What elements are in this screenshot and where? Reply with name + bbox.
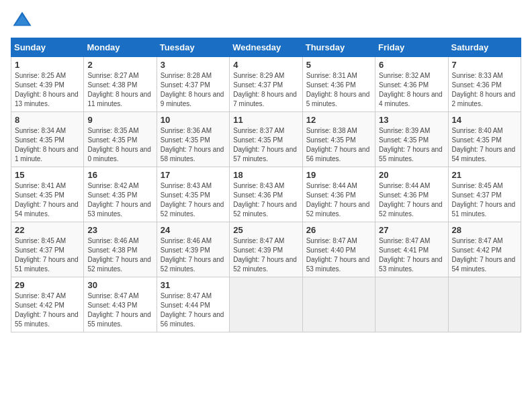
day-number: 13	[379, 115, 444, 125]
logo	[11, 11, 32, 31]
day-detail: Sunrise: 8:47 AM Sunset: 4:42 PM Dayligh…	[452, 236, 517, 274]
day-number: 15	[15, 170, 80, 180]
week-row-3: 15 Sunrise: 8:41 AM Sunset: 4:35 PM Dayl…	[11, 167, 521, 222]
calendar-cell: 13 Sunrise: 8:39 AM Sunset: 4:35 PM Dayl…	[375, 112, 448, 167]
day-number: 27	[379, 225, 444, 235]
day-detail: Sunrise: 8:47 AM Sunset: 4:40 PM Dayligh…	[306, 236, 371, 274]
calendar-cell: 7 Sunrise: 8:33 AM Sunset: 4:36 PM Dayli…	[448, 57, 521, 112]
day-number: 2	[87, 60, 152, 70]
calendar-cell: 2 Sunrise: 8:27 AM Sunset: 4:38 PM Dayli…	[84, 57, 157, 112]
day-detail: Sunrise: 8:38 AM Sunset: 4:35 PM Dayligh…	[306, 126, 371, 164]
day-number: 26	[306, 225, 371, 235]
day-number: 21	[452, 170, 517, 180]
col-friday: Friday	[375, 38, 448, 57]
calendar-cell: 12 Sunrise: 8:38 AM Sunset: 4:35 PM Dayl…	[302, 112, 375, 167]
day-detail: Sunrise: 8:47 AM Sunset: 4:43 PM Dayligh…	[87, 291, 152, 329]
calendar-cell	[302, 277, 375, 332]
calendar-cell: 16 Sunrise: 8:42 AM Sunset: 4:35 PM Dayl…	[84, 167, 157, 222]
week-row-2: 8 Sunrise: 8:34 AM Sunset: 4:35 PM Dayli…	[11, 112, 521, 167]
day-detail: Sunrise: 8:45 AM Sunset: 4:37 PM Dayligh…	[452, 181, 517, 219]
day-number: 9	[87, 115, 152, 125]
col-saturday: Saturday	[448, 38, 521, 57]
day-number: 1	[15, 60, 80, 70]
day-number: 18	[233, 170, 298, 180]
day-detail: Sunrise: 8:47 AM Sunset: 4:41 PM Dayligh…	[379, 236, 444, 274]
day-detail: Sunrise: 8:28 AM Sunset: 4:37 PM Dayligh…	[161, 71, 226, 109]
logo-icon	[12, 11, 32, 31]
day-detail: Sunrise: 8:37 AM Sunset: 4:35 PM Dayligh…	[233, 126, 298, 164]
day-detail: Sunrise: 8:34 AM Sunset: 4:35 PM Dayligh…	[15, 126, 80, 164]
calendar-cell: 17 Sunrise: 8:43 AM Sunset: 4:35 PM Dayl…	[157, 167, 229, 222]
calendar-cell: 24 Sunrise: 8:46 AM Sunset: 4:39 PM Dayl…	[157, 222, 229, 277]
day-detail: Sunrise: 8:41 AM Sunset: 4:35 PM Dayligh…	[15, 181, 80, 219]
calendar-cell: 27 Sunrise: 8:47 AM Sunset: 4:41 PM Dayl…	[375, 222, 448, 277]
day-detail: Sunrise: 8:43 AM Sunset: 4:35 PM Dayligh…	[161, 181, 226, 219]
col-monday: Monday	[84, 38, 157, 57]
day-number: 4	[233, 60, 298, 70]
day-number: 25	[233, 225, 298, 235]
day-number: 11	[233, 115, 298, 125]
day-detail: Sunrise: 8:29 AM Sunset: 4:37 PM Dayligh…	[233, 71, 298, 109]
calendar-cell: 29 Sunrise: 8:47 AM Sunset: 4:42 PM Dayl…	[11, 277, 84, 332]
day-number: 3	[161, 60, 226, 70]
calendar-cell: 20 Sunrise: 8:44 AM Sunset: 4:36 PM Dayl…	[375, 167, 448, 222]
day-number: 10	[161, 115, 226, 125]
calendar-cell: 14 Sunrise: 8:40 AM Sunset: 4:35 PM Dayl…	[448, 112, 521, 167]
day-detail: Sunrise: 8:46 AM Sunset: 4:39 PM Dayligh…	[161, 236, 226, 274]
calendar-cell: 8 Sunrise: 8:34 AM Sunset: 4:35 PM Dayli…	[11, 112, 84, 167]
col-tuesday: Tuesday	[157, 38, 229, 57]
day-detail: Sunrise: 8:45 AM Sunset: 4:37 PM Dayligh…	[15, 236, 80, 274]
day-detail: Sunrise: 8:47 AM Sunset: 4:44 PM Dayligh…	[161, 291, 226, 329]
day-detail: Sunrise: 8:35 AM Sunset: 4:35 PM Dayligh…	[87, 126, 152, 164]
calendar-cell: 5 Sunrise: 8:31 AM Sunset: 4:36 PM Dayli…	[302, 57, 375, 112]
day-number: 12	[306, 115, 371, 125]
calendar-cell: 25 Sunrise: 8:47 AM Sunset: 4:39 PM Dayl…	[230, 222, 302, 277]
calendar-cell: 22 Sunrise: 8:45 AM Sunset: 4:37 PM Dayl…	[11, 222, 84, 277]
day-number: 28	[452, 225, 517, 235]
day-detail: Sunrise: 8:40 AM Sunset: 4:35 PM Dayligh…	[452, 126, 517, 164]
calendar-cell: 3 Sunrise: 8:28 AM Sunset: 4:37 PM Dayli…	[157, 57, 229, 112]
calendar-cell	[230, 277, 302, 332]
calendar-cell: 19 Sunrise: 8:44 AM Sunset: 4:36 PM Dayl…	[302, 167, 375, 222]
day-number: 30	[87, 280, 152, 290]
day-number: 5	[306, 60, 371, 70]
calendar-cell	[448, 277, 521, 332]
day-number: 8	[15, 115, 80, 125]
day-detail: Sunrise: 8:31 AM Sunset: 4:36 PM Dayligh…	[306, 71, 371, 109]
day-detail: Sunrise: 8:47 AM Sunset: 4:39 PM Dayligh…	[233, 236, 298, 274]
calendar-cell: 30 Sunrise: 8:47 AM Sunset: 4:43 PM Dayl…	[84, 277, 157, 332]
week-row-4: 22 Sunrise: 8:45 AM Sunset: 4:37 PM Dayl…	[11, 222, 521, 277]
calendar-cell: 11 Sunrise: 8:37 AM Sunset: 4:35 PM Dayl…	[230, 112, 302, 167]
calendar-cell: 21 Sunrise: 8:45 AM Sunset: 4:37 PM Dayl…	[448, 167, 521, 222]
calendar-cell: 9 Sunrise: 8:35 AM Sunset: 4:35 PM Dayli…	[84, 112, 157, 167]
calendar-cell	[375, 277, 448, 332]
day-detail: Sunrise: 8:27 AM Sunset: 4:38 PM Dayligh…	[87, 71, 152, 109]
calendar-cell: 18 Sunrise: 8:43 AM Sunset: 4:36 PM Dayl…	[230, 167, 302, 222]
calendar-cell: 1 Sunrise: 8:25 AM Sunset: 4:39 PM Dayli…	[11, 57, 84, 112]
day-number: 14	[452, 115, 517, 125]
day-number: 22	[15, 225, 80, 235]
day-detail: Sunrise: 8:43 AM Sunset: 4:36 PM Dayligh…	[233, 181, 298, 219]
week-row-5: 29 Sunrise: 8:47 AM Sunset: 4:42 PM Dayl…	[11, 277, 521, 332]
col-wednesday: Wednesday	[230, 38, 302, 57]
day-number: 20	[379, 170, 444, 180]
day-number: 17	[161, 170, 226, 180]
day-number: 29	[15, 280, 80, 290]
day-number: 31	[161, 280, 226, 290]
calendar-cell: 23 Sunrise: 8:46 AM Sunset: 4:38 PM Dayl…	[84, 222, 157, 277]
week-row-1: 1 Sunrise: 8:25 AM Sunset: 4:39 PM Dayli…	[11, 57, 521, 112]
calendar-cell: 10 Sunrise: 8:36 AM Sunset: 4:35 PM Dayl…	[157, 112, 229, 167]
calendar-header-row: Sunday Monday Tuesday Wednesday Thursday…	[11, 38, 521, 57]
day-detail: Sunrise: 8:42 AM Sunset: 4:35 PM Dayligh…	[87, 181, 152, 219]
calendar-cell: 28 Sunrise: 8:47 AM Sunset: 4:42 PM Dayl…	[448, 222, 521, 277]
calendar-cell: 26 Sunrise: 8:47 AM Sunset: 4:40 PM Dayl…	[302, 222, 375, 277]
calendar-cell: 31 Sunrise: 8:47 AM Sunset: 4:44 PM Dayl…	[157, 277, 229, 332]
day-number: 16	[87, 170, 152, 180]
day-number: 24	[161, 225, 226, 235]
day-number: 6	[379, 60, 444, 70]
day-detail: Sunrise: 8:47 AM Sunset: 4:42 PM Dayligh…	[15, 291, 80, 329]
calendar-cell: 15 Sunrise: 8:41 AM Sunset: 4:35 PM Dayl…	[11, 167, 84, 222]
day-detail: Sunrise: 8:25 AM Sunset: 4:39 PM Dayligh…	[15, 71, 80, 109]
day-detail: Sunrise: 8:44 AM Sunset: 4:36 PM Dayligh…	[306, 181, 371, 219]
day-number: 23	[87, 225, 152, 235]
